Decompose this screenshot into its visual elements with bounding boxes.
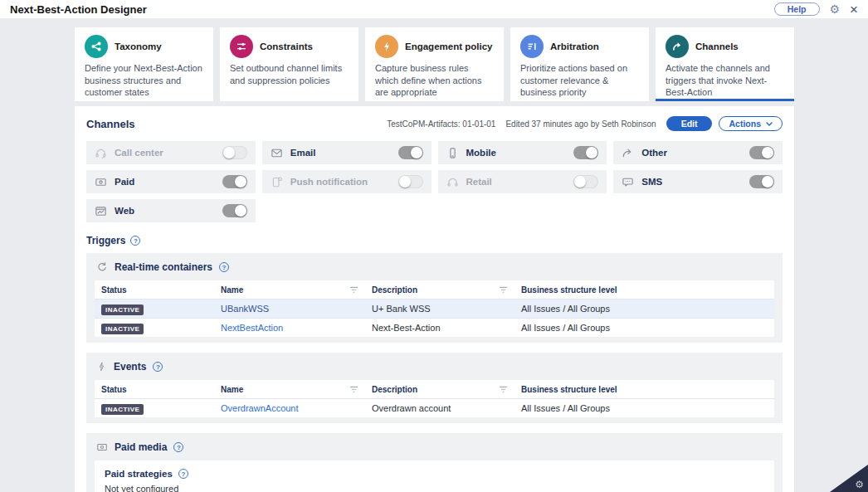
- paid-strategies-status: Not yet configured: [105, 484, 764, 492]
- channel-tile-call-center: Call center: [86, 141, 256, 164]
- events-header: Events ?: [95, 358, 774, 380]
- tab-engagement-policy[interactable]: Engagement policy Capture business rules…: [365, 27, 504, 101]
- col-description: Description: [365, 380, 514, 399]
- channel-tile-sms: SMS: [613, 170, 783, 193]
- edited-by-text: Edited 37 minutes ago by Seth Robinson: [505, 119, 656, 129]
- channel-tile-retail: Retail: [438, 170, 607, 193]
- channels-panel: Channels TestCoPM-Artifacts: 01-01-01 Ed…: [75, 106, 794, 492]
- channel-toggle[interactable]: [222, 175, 247, 188]
- channel-label: Other: [641, 148, 742, 158]
- channel-label: Mobile: [466, 148, 567, 158]
- channel-label: Retail: [466, 177, 567, 187]
- tab-description: Activate the channels and triggers that …: [666, 62, 784, 99]
- channel-tile-other: Other: [613, 141, 783, 164]
- channel-label: Web: [115, 206, 215, 216]
- help-icon[interactable]: ?: [153, 362, 163, 372]
- col-name: Name: [214, 280, 365, 300]
- events-table: Status Name Description Business structu…: [95, 380, 774, 417]
- section-title-channels: Channels: [86, 118, 135, 130]
- nba-tab-row: Taxonomy Define your Next-Best-Action bu…: [75, 27, 794, 101]
- money-bill-icon: [95, 176, 107, 188]
- container-name-link[interactable]: UBankWSS: [221, 304, 269, 314]
- business-structure-level: All Issues / All Groups: [514, 399, 774, 418]
- lightning-icon: [96, 361, 107, 373]
- tab-description: Prioritize actions based on customer rel…: [520, 62, 639, 99]
- tab-channels[interactable]: Channels Activate the channels and trigg…: [656, 27, 794, 101]
- channel-label: Paid: [115, 177, 215, 187]
- channel-toggle[interactable]: [749, 146, 774, 159]
- table-row[interactable]: INACTIVE UBankWSS U+ Bank WSS All Issues…: [95, 300, 774, 319]
- panel-header: Channels TestCoPM-Artifacts: 01-01-01 Ed…: [86, 113, 783, 141]
- channel-toggle[interactable]: [222, 204, 247, 217]
- tab-label: Arbitration: [550, 41, 599, 51]
- gear-icon[interactable]: ⚙: [830, 3, 841, 15]
- help-icon[interactable]: ?: [178, 469, 188, 479]
- priority-bars-icon: [520, 35, 544, 58]
- filter-icon[interactable]: [499, 286, 508, 294]
- channel-toggle[interactable]: [398, 146, 423, 159]
- section-title: Real-time containers: [115, 261, 212, 273]
- curved-arrow-icon: [666, 35, 689, 58]
- help-icon[interactable]: ?: [130, 236, 140, 246]
- paid-strategies-label: Paid strategies: [105, 469, 173, 479]
- close-icon[interactable]: ×: [850, 2, 858, 17]
- channel-label: SMS: [641, 177, 742, 187]
- lightning-icon: [375, 35, 398, 58]
- channel-label: Email: [290, 148, 391, 158]
- tab-label: Constraints: [260, 41, 313, 51]
- gear-icon[interactable]: ⚙: [855, 480, 864, 490]
- tab-label: Channels: [695, 41, 739, 51]
- help-icon[interactable]: ?: [219, 262, 229, 272]
- channel-toggle[interactable]: [398, 175, 423, 188]
- event-name-link[interactable]: OverdrawnAccount: [221, 403, 299, 413]
- col-description: Description: [365, 280, 514, 300]
- edit-button[interactable]: Edit: [666, 116, 713, 131]
- channel-tile-push-notification: Push notification: [262, 170, 432, 193]
- realtime-containers-section: Real-time containers ? Status Name Descr…: [86, 253, 783, 343]
- channel-tile-email: Email: [262, 141, 432, 164]
- tab-arbitration[interactable]: Arbitration Prioritize actions based on …: [510, 27, 649, 101]
- section-title: Events: [114, 361, 146, 373]
- channel-tile-mobile: Mobile: [438, 141, 607, 164]
- col-name: Name: [214, 380, 365, 399]
- container-description: U+ Bank WSS: [365, 300, 514, 319]
- channel-tile-paid: Paid: [86, 170, 256, 193]
- actions-menu-button[interactable]: Actions: [719, 116, 783, 131]
- filter-icon[interactable]: [349, 386, 358, 393]
- channel-label: Call center: [115, 148, 215, 158]
- tab-constraints[interactable]: Constraints Set outbound channel limits …: [220, 27, 358, 101]
- event-description: Overdrawn account: [365, 399, 514, 418]
- container-description: Next-Best-Action: [365, 319, 514, 338]
- table-row[interactable]: INACTIVE OverdrawnAccount Overdrawn acco…: [95, 399, 774, 418]
- tab-taxonomy[interactable]: Taxonomy Define your Next-Best-Action bu…: [75, 27, 213, 101]
- triggers-heading: Triggers ?: [86, 235, 783, 246]
- business-structure-level: All Issues / All Groups: [514, 300, 774, 319]
- envelope-icon: [271, 147, 283, 159]
- headset-icon: [95, 147, 107, 159]
- constraints-icon: [230, 35, 253, 58]
- tab-label: Engagement policy: [405, 41, 492, 51]
- help-icon[interactable]: ?: [173, 442, 183, 452]
- help-button[interactable]: Help: [774, 2, 820, 16]
- channel-toggle[interactable]: [573, 146, 598, 159]
- channel-grid: Call center Email Mobile Other: [86, 141, 783, 222]
- artifact-label: TestCoPM-Artifacts: 01-01-01: [387, 119, 495, 129]
- container-name-link[interactable]: NextBestAction: [221, 323, 283, 333]
- filter-icon[interactable]: [499, 386, 508, 393]
- push-notification-icon: [271, 176, 283, 188]
- triggers-label: Triggers: [86, 235, 125, 246]
- table-header-row: Status Name Description Business structu…: [95, 280, 774, 300]
- tab-label: Taxonomy: [115, 41, 162, 51]
- status-badge: INACTIVE: [101, 304, 144, 315]
- section-title: Paid media: [115, 441, 167, 453]
- channel-toggle[interactable]: [222, 146, 247, 159]
- table-row[interactable]: INACTIVE NextBestAction Next-Best-Action…: [95, 319, 774, 338]
- actions-label: Actions: [729, 119, 761, 129]
- money-bill-icon: [96, 441, 108, 453]
- filter-icon[interactable]: [349, 286, 358, 294]
- events-section: Events ? Status Name Description Busines…: [86, 353, 783, 423]
- channel-tile-web: Web: [86, 199, 256, 222]
- channel-toggle[interactable]: [749, 175, 774, 188]
- channel-toggle[interactable]: [573, 175, 598, 188]
- chat-bubble-icon: [622, 176, 634, 188]
